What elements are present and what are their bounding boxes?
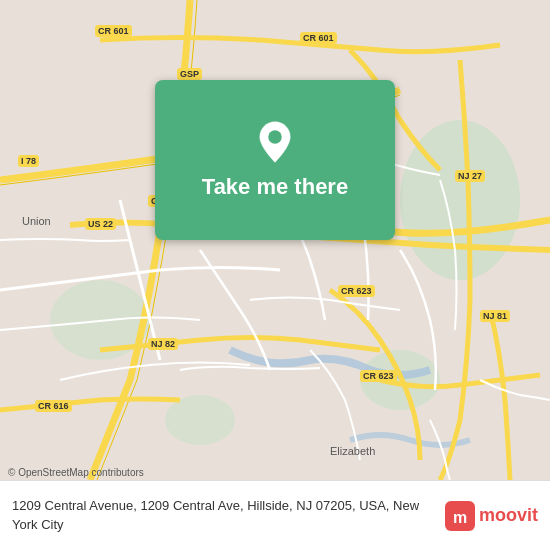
svg-text:m: m [453,509,467,526]
moovit-icon: m [445,501,475,531]
map-container: CR 601 CR 601 I 78 I 78 GSP GSP US 22 US… [0,0,550,480]
road-label-cr623-2: CR 623 [360,370,397,382]
road-label-cr623-1: CR 623 [338,285,375,297]
road-label-cr616: CR 616 [35,400,72,412]
map-pin-icon [253,120,297,164]
road-label-nj27: NJ 27 [455,170,485,182]
moovit-logo: m moovit [445,501,538,531]
city-label-union: Union [22,215,51,227]
road-label-nj81: NJ 81 [480,310,510,322]
road-label-us22-1: US 22 [85,218,116,230]
road-label-nj82: NJ 82 [148,338,178,350]
take-me-there-label[interactable]: Take me there [202,174,348,200]
city-label-elizabeth: Elizabeth [330,445,375,457]
address-text: 1209 Central Avenue, 1209 Central Ave, H… [12,497,437,533]
svg-point-4 [165,395,235,445]
svg-point-5 [268,130,282,144]
moovit-text: moovit [479,505,538,526]
osm-credit-text: © OpenStreetMap contributors [8,467,144,478]
road-label-cr601-2: CR 601 [300,32,337,44]
osm-credit: © OpenStreetMap contributors [8,467,144,478]
road-label-gsp-1: GSP [177,68,202,80]
take-me-there-button[interactable]: Take me there [155,80,395,240]
road-label-i78-1: I 78 [18,155,39,167]
info-bar: 1209 Central Avenue, 1209 Central Ave, H… [0,480,550,550]
road-label-cr601-1: CR 601 [95,25,132,37]
